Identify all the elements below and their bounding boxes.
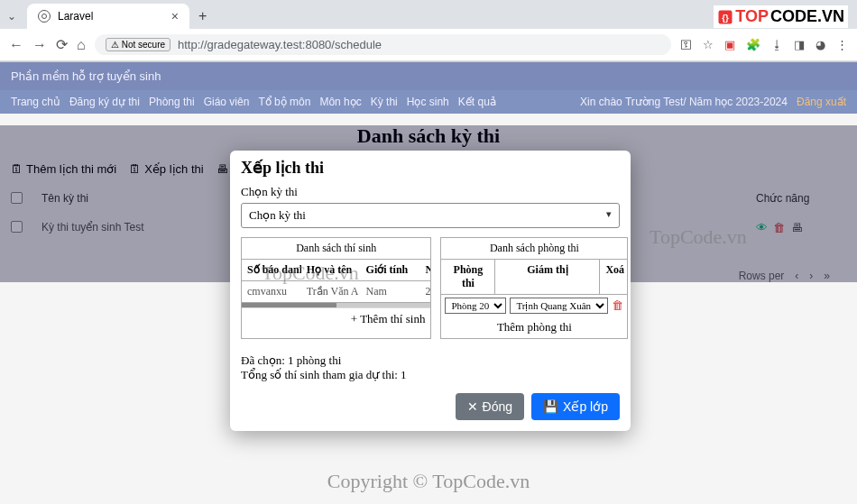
home-icon[interactable]: ⌂ xyxy=(77,37,86,53)
nav-to-bo-mon[interactable]: Tổ bộ môn xyxy=(258,96,310,108)
forward-icon[interactable]: → xyxy=(32,37,47,53)
panel-icon[interactable]: ◨ xyxy=(794,38,805,51)
watermark-footer: Copyright © TopCode.vn xyxy=(0,470,857,493)
col-sbd: Số báo danh xyxy=(242,260,301,280)
cell-sbd: cmvanxu xyxy=(242,281,301,302)
profile-icon[interactable]: ◕ xyxy=(816,38,825,51)
save-icon: 💾 xyxy=(543,399,558,414)
greeting-text: Xin chào Trường Test/ Năm học 2023-2024 xyxy=(580,96,788,108)
proctor-select[interactable]: Trịnh Quang Xuân xyxy=(510,298,608,314)
students-title: Danh sách thí sinh xyxy=(242,238,430,260)
nav-hoc-sinh[interactable]: Học sinh xyxy=(407,96,449,108)
reload-icon[interactable]: ⟳ xyxy=(56,36,68,53)
col-phong: Phòng thi xyxy=(441,260,495,294)
rooms-pane: Danh sách phòng thi Phòng thi Giám thị X… xyxy=(440,237,628,339)
download-icon[interactable]: ⭳ xyxy=(771,38,783,51)
trash-icon[interactable]: 🗑 xyxy=(612,298,623,313)
extension-red-icon[interactable]: ▣ xyxy=(724,38,735,51)
col-hoten: Họ và tên xyxy=(301,260,361,280)
arrange-button[interactable]: 💾 Xếp lớp xyxy=(531,393,620,420)
modal-title: Xếp lịch thi xyxy=(230,151,631,181)
rooms-title: Danh sách phòng thi xyxy=(441,238,627,260)
close-button[interactable]: ✕ Đóng xyxy=(456,393,524,420)
app-title: Phần mềm hỗ trợ tuyển sinh xyxy=(0,62,857,90)
nav-mon-hoc[interactable]: Môn học xyxy=(319,96,361,108)
room-row: Phòng 201 Trịnh Quang Xuân 🗑 xyxy=(441,295,627,316)
close-icon: ✕ xyxy=(467,399,478,414)
add-room-button[interactable]: Thêm phòng thi xyxy=(441,316,627,338)
arrange-modal: Xếp lịch thi Chọn kỳ thi Chọn kỳ thi ▾ D… xyxy=(230,151,631,431)
cell-gender: Nam xyxy=(361,281,420,302)
nav-trang-chu[interactable]: Trang chủ xyxy=(11,96,60,108)
globe-icon xyxy=(38,10,51,23)
back-icon[interactable]: ← xyxy=(9,37,23,53)
student-row[interactable]: cmvanxu Trần Văn A Nam 2 xyxy=(242,281,430,302)
exam-select[interactable]: Chọn kỳ thi ▾ xyxy=(241,203,620,228)
star-icon[interactable]: ☆ xyxy=(703,38,714,51)
security-badge[interactable]: ⚠ Not secure xyxy=(106,38,170,51)
col-giamthi: Giám thị xyxy=(495,260,600,294)
select-exam-label: Chọn kỳ thi xyxy=(241,181,620,203)
cell-n: 2 xyxy=(419,281,430,302)
nav-ky-thi[interactable]: Kỳ thi xyxy=(371,96,398,108)
key-icon[interactable]: ⚿ xyxy=(680,38,692,51)
address-bar[interactable]: ⚠ Not secure http://gradegateway.test:80… xyxy=(95,34,671,55)
col-gioitinh: Giới tính xyxy=(361,260,420,280)
nav-phong-thi[interactable]: Phòng thi xyxy=(149,96,195,108)
close-icon[interactable]: × xyxy=(171,9,179,23)
logout-link[interactable]: Đăng xuất xyxy=(797,96,846,108)
menu-icon[interactable]: ⋮ xyxy=(836,38,848,51)
browser-tab[interactable]: Laravel × xyxy=(27,4,189,29)
topcode-logo: {} TOPCODE.VN xyxy=(714,5,848,28)
new-tab-button[interactable]: + xyxy=(189,8,216,24)
extensions-icon[interactable]: 🧩 xyxy=(746,38,760,51)
add-student-button[interactable]: + Thêm thí sinh xyxy=(242,307,430,330)
summary-rooms: Đã chọn: 1 phòng thi xyxy=(241,353,620,368)
room-select[interactable]: Phòng 201 xyxy=(445,298,506,314)
tab-title: Laravel xyxy=(58,10,93,23)
url-text: http://gradegateway.test:8080/schedule xyxy=(178,38,382,51)
exam-select-value: Chọn kỳ thi xyxy=(249,208,306,223)
nav-giao-vien[interactable]: Giáo viên xyxy=(204,96,250,108)
app-nav: Trang chủ Đăng ký dự thi Phòng thi Giáo … xyxy=(0,90,857,114)
cell-name: Trần Văn A xyxy=(301,281,361,302)
nav-dang-ky[interactable]: Đăng ký dự thi xyxy=(69,96,140,108)
horizontal-scrollbar[interactable] xyxy=(242,302,430,307)
warning-icon: ⚠ xyxy=(111,40,119,50)
chevron-down-icon: ▾ xyxy=(606,208,612,223)
nav-ket-qua[interactable]: Kết quả xyxy=(458,96,496,108)
svg-text:{}: {} xyxy=(723,12,730,22)
col-xoa: Xoá xyxy=(600,260,627,294)
students-pane: Danh sách thí sinh Số báo danh Họ và tên… xyxy=(241,237,431,339)
summary-students: Tổng số thí sinh tham gia dự thi: 1 xyxy=(241,368,620,382)
col-n: N xyxy=(419,260,430,280)
chevron-down-icon[interactable]: ⌄ xyxy=(7,10,16,23)
